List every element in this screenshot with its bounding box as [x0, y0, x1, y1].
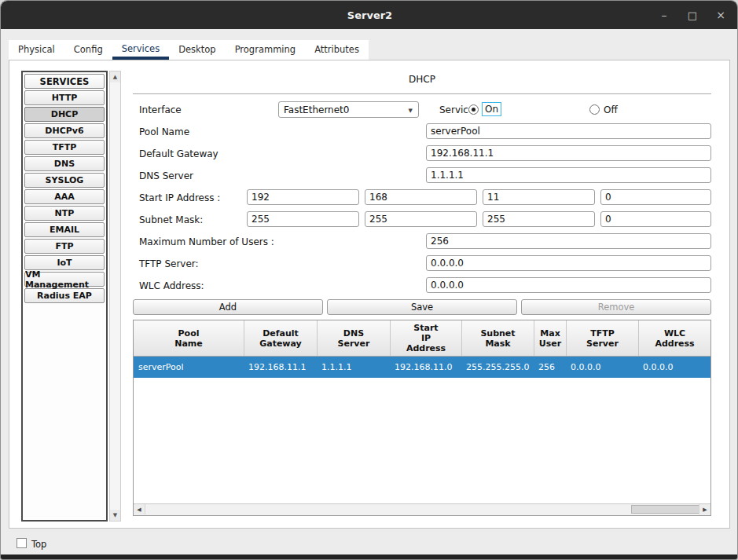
sidebar-item-ntp[interactable]: NTP — [24, 206, 105, 221]
remove-button[interactable]: Remove — [521, 299, 711, 315]
sidebar-item-dhcpv6[interactable]: DHCPv6 — [24, 123, 105, 138]
scroll-up-icon[interactable]: ▲ — [110, 71, 120, 82]
cell-default-gateway: 192.168.11.1 — [244, 357, 317, 378]
table-header-row: Pool Name Default Gateway DNS Server Sta… — [134, 320, 710, 357]
content-pane: SERVICES HTTP DHCP DHCPv6 TFTP DNS SYSLO… — [9, 60, 730, 529]
interface-label: Interface — [139, 104, 182, 115]
start-ip-label: Start IP Address : — [139, 192, 220, 203]
sidebar-item-tftp[interactable]: TFTP — [24, 140, 105, 155]
dhcp-pool-table: Pool Name Default Gateway DNS Server Sta… — [133, 320, 711, 516]
server-config-window: Server2 – □ × Physical Config Services D… — [0, 0, 738, 560]
col-header-wlc-address: WLC Address — [638, 320, 710, 356]
subnet-mask-octet-3[interactable] — [483, 211, 595, 227]
table-row[interactable]: serverPool 192.168.11.1 1.1.1.1 192.168.… — [134, 357, 710, 378]
services-sidebar: SERVICES HTTP DHCP DHCPv6 TFTP DNS SYSLO… — [21, 71, 108, 522]
divider — [133, 93, 711, 94]
subnet-mask-octet-2[interactable] — [365, 211, 477, 227]
tab-bar: Physical Config Services Desktop Program… — [9, 40, 369, 60]
cell-pool-name: serverPool — [134, 357, 244, 378]
col-header-subnet-mask: Subnet Mask — [461, 320, 534, 356]
subnet-mask-octet-1[interactable] — [247, 211, 359, 227]
max-users-label: Maximum Number of Users : — [139, 236, 274, 247]
sidebar-header: SERVICES — [24, 74, 105, 89]
close-icon[interactable]: × — [712, 6, 729, 24]
table-empty-area — [134, 378, 710, 503]
sidebar-item-iot[interactable]: IoT — [24, 255, 105, 270]
sidebar-item-radius-eap[interactable]: Radius EAP — [24, 288, 105, 303]
window-controls: – □ × — [655, 1, 729, 29]
col-header-tftp-server: TFTP Server — [566, 320, 638, 356]
dns-server-label: DNS Server — [139, 170, 193, 181]
tab-programming[interactable]: Programming — [226, 40, 306, 60]
scroll-left-icon[interactable]: ◀ — [134, 504, 145, 514]
scroll-down-icon[interactable]: ▼ — [110, 510, 120, 521]
interface-selected-value: FastEthernet0 — [284, 104, 349, 115]
col-header-dns-server: DNS Server — [317, 320, 390, 356]
dns-server-input[interactable] — [426, 167, 711, 183]
pool-name-input[interactable] — [426, 123, 711, 139]
default-gateway-label: Default Gateway — [139, 148, 218, 159]
maximize-icon[interactable]: □ — [684, 6, 701, 24]
tab-desktop[interactable]: Desktop — [169, 40, 225, 60]
sidebar-item-syslog[interactable]: SYSLOG — [24, 173, 105, 188]
default-gateway-input[interactable] — [426, 145, 711, 161]
minimize-icon[interactable]: – — [655, 6, 673, 24]
cell-wlc-address: 0.0.0.0 — [638, 357, 710, 378]
page-title: DHCP — [133, 74, 711, 85]
col-header-default-gateway: Default Gateway — [244, 320, 317, 356]
tab-physical[interactable]: Physical — [9, 40, 64, 60]
max-users-input[interactable] — [426, 233, 711, 249]
chevron-down-icon: ▼ — [409, 108, 413, 114]
title-bar[interactable]: Server2 – □ × — [1, 1, 738, 29]
tab-attributes[interactable]: Attributes — [305, 40, 369, 60]
save-button[interactable]: Save — [327, 299, 517, 315]
subnet-mask-label: Subnet Mask: — [139, 214, 203, 225]
sidebar-item-aaa[interactable]: AAA — [24, 189, 105, 204]
sidebar-item-ftp[interactable]: FTP — [24, 239, 105, 254]
sidebar-scrollbar[interactable]: ▲ ▼ — [109, 71, 121, 522]
table-horizontal-scrollbar[interactable]: ◀ ▶ — [134, 503, 710, 515]
tftp-server-label: TFTP Server: — [139, 258, 199, 269]
scrollbar-thumb[interactable] — [631, 505, 699, 514]
cell-start-ip: 192.168.11.0 — [390, 357, 461, 378]
sidebar-item-http[interactable]: HTTP — [24, 90, 105, 105]
sidebar-item-dns[interactable]: DNS — [24, 156, 105, 171]
col-header-pool-name: Pool Name — [134, 320, 244, 356]
subnet-mask-octet-4[interactable] — [600, 211, 711, 227]
scroll-right-icon[interactable]: ▶ — [699, 504, 710, 514]
cell-dns-server: 1.1.1.1 — [317, 357, 390, 378]
window-title: Server2 — [347, 9, 392, 21]
cell-tftp-server: 0.0.0.0 — [566, 357, 638, 378]
window-bottom-edge — [1, 555, 738, 559]
wlc-address-input[interactable] — [426, 277, 711, 293]
wlc-address-label: WLC Address: — [139, 280, 204, 291]
interface-select[interactable]: FastEthernet0 ▼ — [278, 101, 419, 118]
pool-name-label: Pool Name — [139, 126, 189, 137]
service-off-label[interactable]: Off — [604, 104, 618, 115]
start-ip-octet-4[interactable] — [600, 189, 711, 205]
service-on-radio[interactable] — [468, 104, 479, 115]
service-on-label[interactable]: On — [482, 102, 501, 116]
start-ip-octet-1[interactable] — [247, 189, 359, 205]
add-button[interactable]: Add — [133, 299, 323, 315]
start-ip-octet-3[interactable] — [483, 189, 595, 205]
top-checkbox-label: Top — [31, 539, 46, 550]
tab-config[interactable]: Config — [64, 40, 112, 60]
sidebar-item-email[interactable]: EMAIL — [24, 222, 105, 237]
cell-max-user: 256 — [534, 357, 566, 378]
tab-services[interactable]: Services — [112, 40, 170, 60]
service-off-radio[interactable] — [589, 104, 600, 115]
col-header-start-ip: Start IP Address — [390, 320, 461, 356]
top-checkbox[interactable] — [17, 538, 27, 548]
start-ip-octet-2[interactable] — [365, 189, 477, 205]
tftp-server-input[interactable] — [426, 255, 711, 271]
col-header-max-user: Max User — [534, 320, 566, 356]
cell-subnet-mask: 255.255.255.0 — [461, 357, 534, 378]
sidebar-item-vm-management[interactable]: VM Management — [24, 272, 105, 287]
sidebar-item-dhcp[interactable]: DHCP — [24, 107, 105, 122]
